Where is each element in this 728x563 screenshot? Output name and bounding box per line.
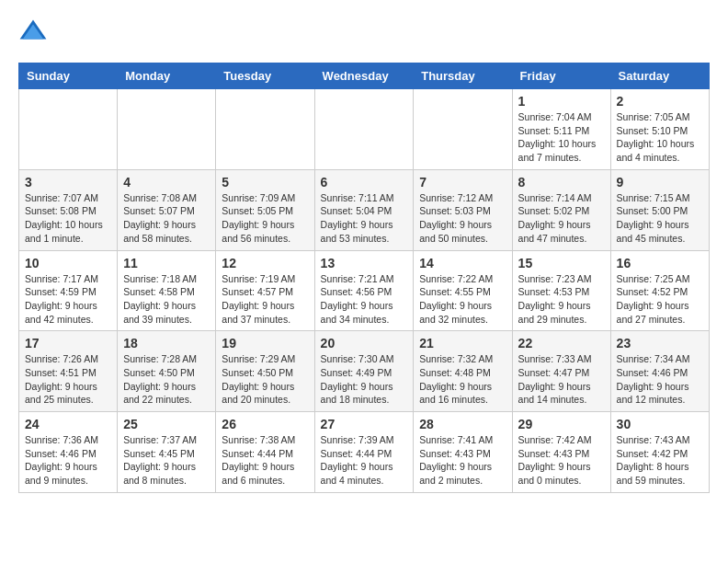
- calendar-cell: 13Sunrise: 7:21 AM Sunset: 4:56 PM Dayli…: [314, 250, 414, 331]
- day-number: 30: [617, 417, 703, 431]
- day-info: Sunrise: 7:38 AM Sunset: 4:44 PM Dayligh…: [222, 433, 308, 488]
- calendar-cell: 28Sunrise: 7:41 AM Sunset: 4:43 PM Dayli…: [414, 412, 512, 493]
- logo-icon: [18, 18, 48, 48]
- day-info: Sunrise: 7:34 AM Sunset: 4:46 PM Dayligh…: [617, 352, 703, 407]
- day-info: Sunrise: 7:28 AM Sunset: 4:50 PM Dayligh…: [123, 352, 210, 407]
- day-number: 15: [518, 256, 605, 270]
- day-number: 29: [518, 417, 605, 431]
- day-number: 18: [123, 336, 210, 350]
- calendar-cell: 2Sunrise: 7:05 AM Sunset: 5:10 PM Daylig…: [610, 89, 709, 170]
- calendar-cell: 5Sunrise: 7:09 AM Sunset: 5:05 PM Daylig…: [216, 169, 314, 250]
- calendar-row: 1Sunrise: 7:04 AM Sunset: 5:11 PM Daylig…: [19, 89, 710, 170]
- day-info: Sunrise: 7:29 AM Sunset: 4:50 PM Dayligh…: [222, 352, 308, 407]
- calendar-cell: 29Sunrise: 7:42 AM Sunset: 4:43 PM Dayli…: [512, 412, 610, 493]
- calendar-cell: 8Sunrise: 7:14 AM Sunset: 5:02 PM Daylig…: [512, 169, 610, 250]
- day-info: Sunrise: 7:04 AM Sunset: 5:11 PM Dayligh…: [518, 110, 605, 165]
- calendar-cell: 19Sunrise: 7:29 AM Sunset: 4:50 PM Dayli…: [216, 331, 314, 412]
- day-info: Sunrise: 7:19 AM Sunset: 4:57 PM Dayligh…: [222, 272, 308, 327]
- day-number: 3: [25, 175, 111, 190]
- calendar-cell: 23Sunrise: 7:34 AM Sunset: 4:46 PM Dayli…: [610, 331, 709, 412]
- calendar-cell: [314, 89, 414, 170]
- day-number: 24: [25, 417, 111, 431]
- logo: [18, 18, 51, 48]
- day-number: 27: [321, 417, 408, 431]
- calendar-row: 10Sunrise: 7:17 AM Sunset: 4:59 PM Dayli…: [19, 250, 710, 331]
- calendar-cell: 17Sunrise: 7:26 AM Sunset: 4:51 PM Dayli…: [19, 331, 118, 412]
- day-info: Sunrise: 7:18 AM Sunset: 4:58 PM Dayligh…: [123, 272, 210, 327]
- day-number: 22: [518, 336, 605, 350]
- day-info: Sunrise: 7:09 AM Sunset: 5:05 PM Dayligh…: [222, 191, 308, 246]
- calendar-cell: 21Sunrise: 7:32 AM Sunset: 4:48 PM Dayli…: [414, 331, 512, 412]
- calendar-header: SundayMondayTuesdayWednesdayThursdayFrid…: [19, 63, 710, 89]
- day-info: Sunrise: 7:22 AM Sunset: 4:55 PM Dayligh…: [419, 272, 506, 327]
- day-info: Sunrise: 7:08 AM Sunset: 5:07 PM Dayligh…: [123, 191, 210, 246]
- day-number: 2: [617, 94, 703, 109]
- calendar-row: 3Sunrise: 7:07 AM Sunset: 5:08 PM Daylig…: [19, 169, 710, 250]
- calendar-cell: 12Sunrise: 7:19 AM Sunset: 4:57 PM Dayli…: [216, 250, 314, 331]
- calendar-cell: 4Sunrise: 7:08 AM Sunset: 5:07 PM Daylig…: [118, 169, 216, 250]
- calendar-cell: 7Sunrise: 7:12 AM Sunset: 5:03 PM Daylig…: [414, 169, 512, 250]
- day-number: 14: [419, 256, 506, 270]
- calendar-cell: 16Sunrise: 7:25 AM Sunset: 4:52 PM Dayli…: [610, 250, 709, 331]
- calendar-cell: 22Sunrise: 7:33 AM Sunset: 4:47 PM Dayli…: [512, 331, 610, 412]
- day-number: 26: [222, 417, 308, 431]
- day-info: Sunrise: 7:12 AM Sunset: 5:03 PM Dayligh…: [419, 191, 506, 246]
- calendar-cell: [216, 89, 314, 170]
- day-number: 16: [617, 256, 703, 270]
- header-cell: Tuesday: [216, 63, 314, 89]
- calendar-cell: 11Sunrise: 7:18 AM Sunset: 4:58 PM Dayli…: [118, 250, 216, 331]
- day-number: 12: [222, 256, 308, 270]
- calendar-cell: 9Sunrise: 7:15 AM Sunset: 5:00 PM Daylig…: [610, 169, 709, 250]
- calendar-row: 24Sunrise: 7:36 AM Sunset: 4:46 PM Dayli…: [19, 412, 710, 493]
- day-info: Sunrise: 7:33 AM Sunset: 4:47 PM Dayligh…: [518, 352, 605, 407]
- day-number: 17: [25, 336, 111, 350]
- day-number: 23: [617, 336, 703, 350]
- day-number: 6: [321, 175, 408, 190]
- day-number: 11: [123, 256, 210, 270]
- header-cell: Thursday: [414, 63, 512, 89]
- day-number: 10: [25, 256, 111, 270]
- day-info: Sunrise: 7:11 AM Sunset: 5:04 PM Dayligh…: [321, 191, 408, 246]
- calendar-body: 1Sunrise: 7:04 AM Sunset: 5:11 PM Daylig…: [19, 89, 710, 493]
- calendar-table: SundayMondayTuesdayWednesdayThursdayFrid…: [18, 63, 710, 493]
- page-header: [18, 18, 710, 48]
- day-info: Sunrise: 7:37 AM Sunset: 4:45 PM Dayligh…: [123, 433, 210, 488]
- day-info: Sunrise: 7:21 AM Sunset: 4:56 PM Dayligh…: [321, 272, 408, 327]
- calendar-cell: 25Sunrise: 7:37 AM Sunset: 4:45 PM Dayli…: [118, 412, 216, 493]
- calendar-row: 17Sunrise: 7:26 AM Sunset: 4:51 PM Dayli…: [19, 331, 710, 412]
- calendar-cell: 27Sunrise: 7:39 AM Sunset: 4:44 PM Dayli…: [314, 412, 414, 493]
- calendar-cell: 10Sunrise: 7:17 AM Sunset: 4:59 PM Dayli…: [19, 250, 118, 331]
- day-number: 28: [419, 417, 506, 431]
- calendar-cell: [118, 89, 216, 170]
- day-number: 19: [222, 336, 308, 350]
- day-info: Sunrise: 7:30 AM Sunset: 4:49 PM Dayligh…: [321, 352, 408, 407]
- calendar-cell: 6Sunrise: 7:11 AM Sunset: 5:04 PM Daylig…: [314, 169, 414, 250]
- day-info: Sunrise: 7:36 AM Sunset: 4:46 PM Dayligh…: [25, 433, 111, 488]
- day-info: Sunrise: 7:39 AM Sunset: 4:44 PM Dayligh…: [321, 433, 408, 488]
- day-info: Sunrise: 7:23 AM Sunset: 4:53 PM Dayligh…: [518, 272, 605, 327]
- day-info: Sunrise: 7:42 AM Sunset: 4:43 PM Dayligh…: [518, 433, 605, 488]
- day-info: Sunrise: 7:26 AM Sunset: 4:51 PM Dayligh…: [25, 352, 111, 407]
- calendar-cell: 20Sunrise: 7:30 AM Sunset: 4:49 PM Dayli…: [314, 331, 414, 412]
- day-info: Sunrise: 7:07 AM Sunset: 5:08 PM Dayligh…: [25, 191, 111, 246]
- calendar-cell: 24Sunrise: 7:36 AM Sunset: 4:46 PM Dayli…: [19, 412, 118, 493]
- day-number: 20: [321, 336, 408, 350]
- calendar-cell: 14Sunrise: 7:22 AM Sunset: 4:55 PM Dayli…: [414, 250, 512, 331]
- day-info: Sunrise: 7:15 AM Sunset: 5:00 PM Dayligh…: [617, 191, 703, 246]
- calendar-cell: 26Sunrise: 7:38 AM Sunset: 4:44 PM Dayli…: [216, 412, 314, 493]
- day-number: 21: [419, 336, 506, 350]
- calendar-cell: [19, 89, 118, 170]
- day-number: 9: [617, 175, 703, 190]
- day-number: 4: [123, 175, 210, 190]
- day-info: Sunrise: 7:14 AM Sunset: 5:02 PM Dayligh…: [518, 191, 605, 246]
- day-info: Sunrise: 7:05 AM Sunset: 5:10 PM Dayligh…: [617, 110, 703, 165]
- day-info: Sunrise: 7:17 AM Sunset: 4:59 PM Dayligh…: [25, 272, 111, 327]
- day-info: Sunrise: 7:41 AM Sunset: 4:43 PM Dayligh…: [419, 433, 506, 488]
- day-number: 25: [123, 417, 210, 431]
- header-cell: Wednesday: [314, 63, 414, 89]
- calendar-cell: 3Sunrise: 7:07 AM Sunset: 5:08 PM Daylig…: [19, 169, 118, 250]
- header-cell: Monday: [118, 63, 216, 89]
- day-number: 5: [222, 175, 308, 190]
- day-info: Sunrise: 7:25 AM Sunset: 4:52 PM Dayligh…: [617, 272, 703, 327]
- day-number: 8: [518, 175, 605, 190]
